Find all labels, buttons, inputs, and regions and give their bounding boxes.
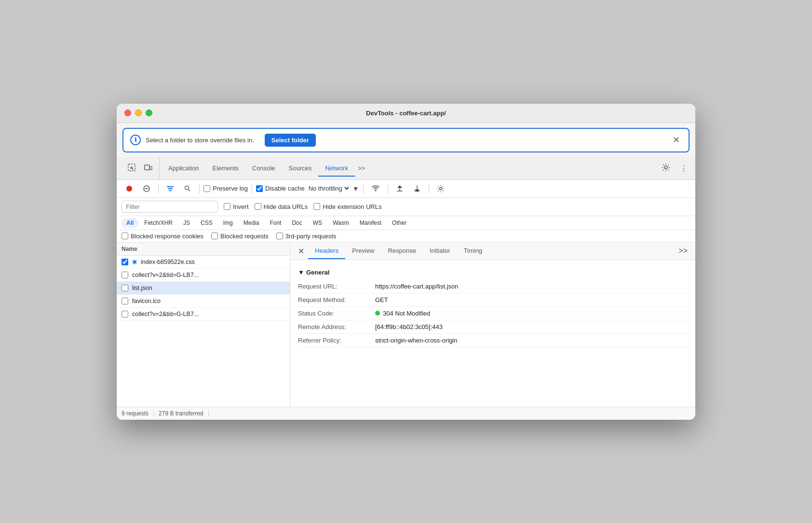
tabs-more-button[interactable]: >> [355, 161, 368, 176]
type-btn-fetch-xhr[interactable]: Fetch/XHR [139, 218, 177, 228]
hide-extension-urls-checkbox[interactable] [313, 203, 320, 210]
detail-tab-preview[interactable]: Preview [345, 243, 381, 259]
type-btn-img[interactable]: Img [218, 218, 238, 228]
svg-point-3 [664, 166, 667, 169]
detail-more-button[interactable]: >> [675, 243, 691, 259]
preserve-log-checkbox[interactable] [203, 185, 210, 192]
preserve-log-label[interactable]: Preserve log [203, 185, 248, 192]
disable-cache-label[interactable]: Disable cache [256, 185, 305, 192]
throttling-select[interactable]: No throttling [307, 184, 351, 193]
clear-icon [143, 185, 150, 193]
network-settings-button[interactable] [433, 183, 448, 194]
file-item[interactable]: collect?v=2&tid=G-LB7... [117, 269, 290, 282]
hide-extension-urls-label[interactable]: Hide extension URLs [313, 203, 381, 210]
notification-left: ℹ Select a folder to store override file… [130, 134, 316, 147]
blocked-requests-label[interactable]: Blocked requests [211, 233, 269, 240]
cursor-icon-button[interactable] [124, 161, 139, 176]
section-arrow-icon: ▼ [298, 269, 304, 276]
toolbar-separator-6 [429, 184, 429, 193]
clear-button[interactable] [139, 183, 154, 194]
svg-point-7 [185, 186, 189, 190]
type-btn-ws[interactable]: WS [308, 218, 327, 228]
hide-data-urls-checkbox[interactable] [255, 203, 261, 210]
disable-cache-checkbox[interactable] [256, 185, 263, 192]
blocked-cookies-checkbox[interactable] [122, 233, 128, 239]
close-traffic-light[interactable] [124, 110, 131, 116]
close-notification-button[interactable]: ✕ [671, 135, 682, 145]
record-stop-button[interactable] [122, 183, 137, 194]
filter-icon [166, 185, 174, 193]
tab-right-icons: ⋮ [658, 161, 691, 176]
gear-icon [662, 163, 670, 172]
detail-tab-initiator[interactable]: Initiator [423, 243, 457, 259]
upload-icon [396, 185, 404, 193]
detail-tab-headers[interactable]: Headers [308, 243, 345, 259]
type-btn-doc[interactable]: Doc [287, 218, 307, 228]
wifi-icon-button[interactable] [367, 183, 384, 194]
tab-sources[interactable]: Sources [282, 161, 319, 177]
file-checkbox[interactable] [122, 311, 128, 317]
blocked-requests-checkbox[interactable] [211, 233, 218, 239]
tab-console[interactable]: Console [245, 161, 282, 177]
tabs-bar: Application Elements Console Sources Net… [117, 157, 695, 180]
type-btn-manifest[interactable]: Manifest [355, 218, 386, 228]
upload-icon-button[interactable] [392, 183, 407, 194]
titlebar: DevTools - coffee-cart.app/ [117, 104, 695, 123]
more-vert-icon-button[interactable]: ⋮ [676, 162, 691, 175]
header-row-status: Status Code: 304 Not Modified [298, 307, 688, 320]
download-icon-button[interactable] [409, 183, 425, 194]
third-party-label[interactable]: 3rd-party requests [276, 233, 337, 240]
header-row-referrer: Referrer Policy: strict-origin-when-cros… [298, 334, 688, 347]
third-party-checkbox[interactable] [276, 233, 283, 239]
type-btn-font[interactable]: Font [265, 218, 286, 228]
notification-bar: ℹ Select a folder to store override file… [122, 128, 690, 152]
type-btn-all[interactable]: All [122, 218, 138, 228]
type-btn-other[interactable]: Other [387, 218, 411, 228]
requests-count: 9 requests [122, 410, 154, 417]
main-content: Name ▣ index-b859522e.css collect?v=2&ti… [117, 243, 695, 407]
detail-tabs: ✕ Headers Preview Response Initiator Tim… [290, 243, 695, 260]
bytes-transferred: 279 B transferred [154, 410, 209, 417]
type-btn-css[interactable]: CSS [196, 218, 217, 228]
file-checkbox[interactable] [122, 259, 128, 265]
toolbar-separator-2 [199, 184, 200, 193]
tab-icon-group [121, 157, 160, 179]
select-folder-button[interactable]: Select folder [265, 134, 316, 147]
file-checkbox[interactable] [122, 285, 128, 291]
detail-close-button[interactable]: ✕ [294, 243, 308, 260]
type-btn-js[interactable]: JS [178, 218, 195, 228]
file-checkbox[interactable] [122, 272, 128, 278]
device-icon [144, 163, 152, 172]
blocked-cookies-label[interactable]: Blocked response cookies [122, 233, 203, 240]
svg-rect-1 [145, 165, 149, 170]
filter-input[interactable] [122, 201, 218, 213]
detail-tab-response[interactable]: Response [381, 243, 423, 259]
search-button[interactable] [180, 183, 195, 194]
throttle-arrow-icon: ▼ [352, 185, 359, 193]
header-row-url: Request URL: https://coffee-cart.app/lis… [298, 280, 688, 293]
cursor-icon [127, 163, 136, 172]
maximize-traffic-light[interactable] [146, 110, 152, 116]
hide-data-urls-label[interactable]: Hide data URLs [255, 203, 308, 210]
settings-icon-button[interactable] [658, 161, 674, 176]
tab-application[interactable]: Application [162, 161, 206, 177]
invert-checkbox[interactable] [224, 203, 230, 210]
tab-network[interactable]: Network [318, 161, 355, 177]
file-name: collect?v=2&tid=G-LB7... [132, 311, 199, 317]
invert-label[interactable]: Invert [224, 203, 249, 210]
file-item[interactable]: collect?v=2&tid=G-LB7... [117, 308, 290, 321]
file-list: Name ▣ index-b859522e.css collect?v=2&ti… [117, 243, 290, 407]
type-btn-wasm[interactable]: Wasm [328, 218, 354, 228]
file-item[interactable]: list.json [117, 282, 290, 295]
headers-section: ▼ General Request URL: https://coffee-ca… [290, 260, 695, 352]
device-icon-button[interactable] [141, 161, 155, 176]
minimize-traffic-light[interactable] [135, 110, 142, 116]
toolbar-separator-3 [252, 184, 252, 193]
filter-toggle-button[interactable] [162, 183, 178, 194]
file-item[interactable]: ▣ index-b859522e.css [117, 256, 290, 269]
file-item[interactable]: favicon.ico [117, 295, 290, 308]
type-btn-media[interactable]: Media [239, 218, 264, 228]
tab-elements[interactable]: Elements [206, 161, 245, 177]
detail-tab-timing[interactable]: Timing [457, 243, 489, 259]
file-checkbox[interactable] [122, 298, 128, 304]
